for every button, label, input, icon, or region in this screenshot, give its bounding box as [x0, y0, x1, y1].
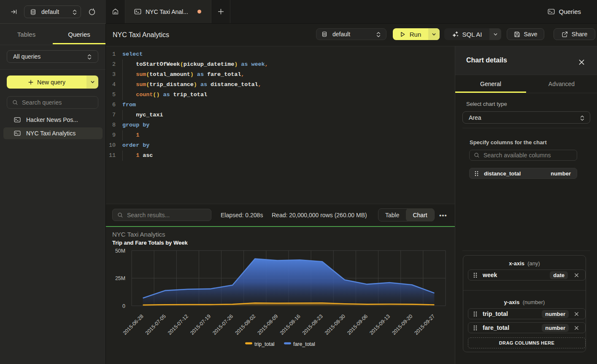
svg-text:2015-09-06: 2015-09-06 [346, 313, 369, 336]
svg-text:2015-09-13: 2015-09-13 [368, 313, 391, 336]
svg-text:2015-08-30: 2015-08-30 [324, 313, 346, 336]
svg-text:2015-08-09: 2015-08-09 [257, 313, 279, 336]
svg-text:2015-09-27: 2015-09-27 [413, 313, 436, 336]
svg-text:2015-07-19: 2015-07-19 [189, 313, 212, 336]
svg-text:2015-06-28: 2015-06-28 [122, 313, 145, 336]
svg-text:2015-08-02: 2015-08-02 [234, 313, 257, 336]
svg-text:2015-09-20: 2015-09-20 [391, 313, 413, 336]
svg-text:2015-07-12: 2015-07-12 [167, 313, 189, 336]
svg-text:2015-08-23: 2015-08-23 [301, 313, 324, 336]
svg-text:2015-07-05: 2015-07-05 [144, 313, 167, 336]
svg-text:trip_total: trip_total [254, 341, 275, 347]
svg-text:fare_total: fare_total [293, 341, 315, 347]
svg-text:0: 0 [122, 303, 125, 309]
svg-text:2015-08-16: 2015-08-16 [279, 313, 302, 336]
svg-text:2015-07-26: 2015-07-26 [211, 313, 234, 336]
svg-text:25M: 25M [115, 275, 125, 281]
svg-text:50M: 50M [115, 248, 125, 254]
